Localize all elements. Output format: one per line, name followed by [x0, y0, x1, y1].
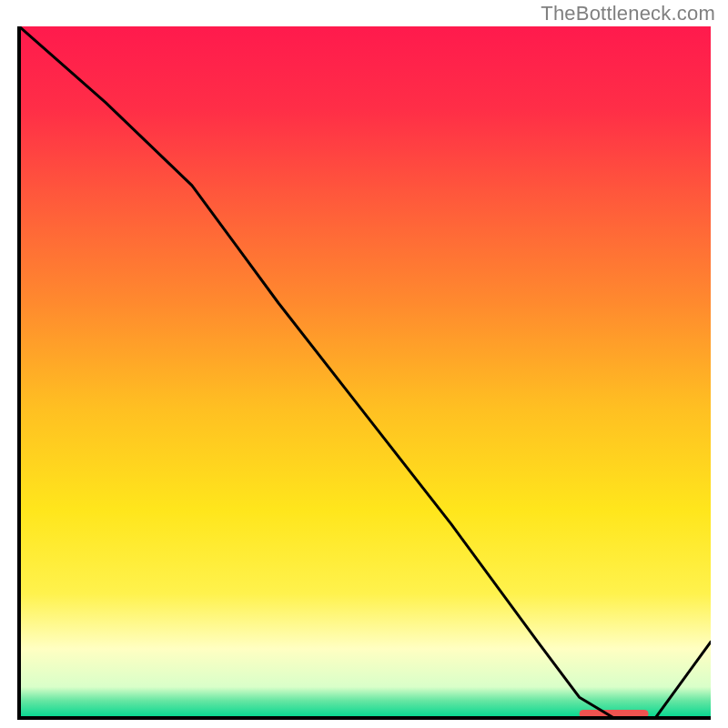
- plot-background: [19, 26, 711, 718]
- bottleneck-chart: [0, 0, 728, 728]
- chart-stage: TheBottleneck.com: [0, 0, 728, 728]
